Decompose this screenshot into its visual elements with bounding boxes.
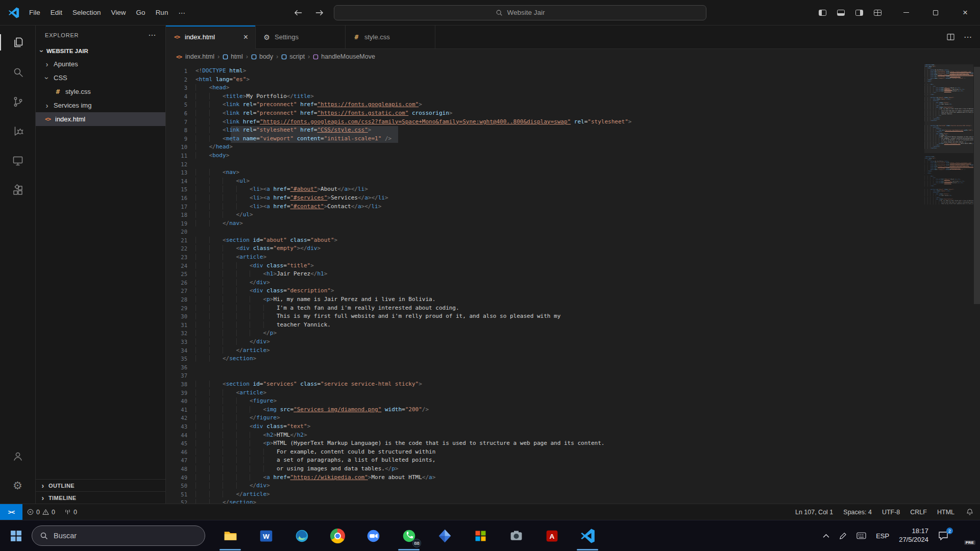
breadcrumb-script[interactable]: script [281, 53, 305, 60]
code-line[interactable]: 15 <li><a href="#about">About</a></li> [166, 185, 980, 194]
code-line[interactable]: 26 </div> [166, 279, 980, 287]
code-line[interactable]: 49 <a href="https://wikipedia.com">More … [166, 473, 980, 482]
code-line[interactable]: 14 <ul> [166, 177, 980, 186]
line-number[interactable]: 18 [166, 211, 195, 219]
activity-source-control[interactable] [0, 87, 36, 116]
line-number[interactable]: 19 [166, 219, 195, 228]
code-line[interactable]: 34 </article> [166, 346, 980, 355]
code-line[interactable]: 42 </figure> [166, 414, 980, 422]
line-number[interactable]: 32 [166, 329, 195, 338]
tray-chevron-up-icon[interactable] [823, 534, 829, 538]
menu-run[interactable]: Run [151, 6, 174, 20]
line-number[interactable]: 26 [166, 279, 195, 287]
taskbar-app-vscode[interactable] [570, 520, 605, 551]
code-line[interactable]: 40 <figure> [166, 397, 980, 406]
taskbar-app-edge[interactable] [284, 520, 320, 551]
line-number[interactable]: 12 [166, 160, 195, 169]
code-line[interactable]: 19 </nav> [166, 219, 980, 228]
code-line[interactable]: 30 This is my first full website and i'm… [166, 312, 980, 321]
code-line[interactable]: 35 </section> [166, 355, 980, 363]
code-line[interactable]: 22 <div class="empty"></div> [166, 244, 980, 253]
code-line[interactable]: 20 [166, 228, 980, 236]
line-number[interactable]: 9 [166, 135, 195, 143]
explorer-root-folder[interactable]: › WEBSITE JAIR [36, 45, 165, 57]
line-number[interactable]: 35 [166, 355, 195, 363]
line-number[interactable]: 43 [166, 422, 195, 431]
line-number[interactable]: 21 [166, 236, 195, 245]
code-line[interactable]: 4 <title>My Portfolio</title> [166, 92, 980, 101]
explorer-item-style-css[interactable]: #style.css [36, 85, 165, 98]
problems-indicator[interactable]: 0 0 [22, 504, 60, 520]
breadcrumb-body[interactable]: body [251, 53, 273, 60]
breadcrumb-index-html[interactable]: <>index.html [175, 53, 214, 60]
line-number[interactable]: 16 [166, 194, 195, 203]
code-line[interactable]: 6 <link rel="preconnect" href="https://f… [166, 109, 980, 118]
forward-arrow-icon[interactable] [313, 7, 326, 18]
code-line[interactable]: 12 [166, 160, 980, 169]
activity-remote-explorer[interactable] [0, 146, 36, 176]
line-number[interactable]: 46 [166, 448, 195, 457]
explorer-item-index-html[interactable]: <>index.html [36, 112, 165, 126]
minimize-button[interactable] [891, 0, 921, 25]
toggle-primary-sidebar-icon[interactable] [815, 5, 830, 20]
menu-selection[interactable]: Selection [67, 6, 106, 20]
breadcrumb-html[interactable]: html [223, 53, 243, 60]
code-line[interactable]: 21 <section id="about" class="about"> [166, 236, 980, 245]
tab-index-html[interactable]: <>index.html× [166, 26, 256, 49]
line-number[interactable]: 49 [166, 473, 195, 482]
code-line[interactable]: 29 I'm a tech fan and i'm really interes… [166, 304, 980, 313]
code-line[interactable]: 39 <article> [166, 389, 980, 397]
status-ln-107-col-1[interactable]: Ln 107, Col 1 [790, 509, 838, 516]
explorer-item-services-img[interactable]: ›Services img [36, 98, 165, 112]
code-line[interactable]: 50 </div> [166, 482, 980, 490]
line-number[interactable]: 30 [166, 312, 195, 321]
line-number[interactable]: 41 [166, 406, 195, 414]
line-number[interactable]: 8 [166, 126, 195, 135]
line-number[interactable]: 7 [166, 118, 195, 127]
taskbar-app-chrome[interactable] [320, 520, 355, 551]
code-line[interactable]: 10 </head> [166, 143, 980, 152]
code-line[interactable]: 7 <link href="https://fonts.googleapis.c… [166, 118, 980, 127]
tab-settings[interactable]: ⚙Settings [256, 26, 346, 48]
outline-section[interactable]: › OUTLINE [36, 479, 165, 491]
code-line[interactable]: 51 </article> [166, 490, 980, 499]
line-number[interactable]: 42 [166, 414, 195, 422]
line-number[interactable]: 50 [166, 482, 195, 490]
code-line[interactable]: 48 or using images and data tables.</p> [166, 465, 980, 473]
line-number[interactable]: 23 [166, 253, 195, 262]
line-number[interactable]: 3 [166, 84, 195, 92]
code-line[interactable]: 8 <link rel="stylesheet" href="CSS/style… [166, 126, 980, 135]
taskbar-app-word[interactable]: W [248, 520, 284, 551]
editor-more-actions-icon[interactable]: ⋯ [964, 32, 972, 42]
line-number[interactable]: 52 [166, 498, 195, 504]
explorer-more-actions-icon[interactable]: ⋯ [148, 31, 156, 40]
code-line[interactable]: 32 </p> [166, 329, 980, 338]
explorer-item-apuntes[interactable]: ›Apuntes [36, 57, 165, 71]
code-line[interactable]: 23 <article> [166, 253, 980, 262]
tab-style-css[interactable]: #style.css [346, 26, 435, 48]
line-number[interactable]: 34 [166, 346, 195, 355]
code-line[interactable]: 25 <h1>Jair Perez</h1> [166, 270, 980, 279]
code-line[interactable]: 44 <h2>HTML</h2> [166, 431, 980, 440]
code-line[interactable]: 17 <li><a href="#contact">Contact</a></l… [166, 203, 980, 211]
status-utf-8[interactable]: UTF-8 [877, 509, 905, 516]
line-number[interactable]: 44 [166, 431, 195, 440]
close-button[interactable]: × [950, 0, 980, 25]
taskbar-app-whatsapp[interactable]: 88 [391, 520, 427, 551]
start-button[interactable] [0, 520, 32, 551]
code-line[interactable]: 2<html lang="es"> [166, 76, 980, 84]
code-line[interactable]: 38 <section id="services" class="service… [166, 380, 980, 389]
line-number[interactable]: 33 [166, 338, 195, 346]
code-line[interactable]: 1<!DOCTYPE html> [166, 67, 980, 76]
menu-edit[interactable]: Edit [45, 6, 67, 20]
line-number[interactable]: 5 [166, 101, 195, 109]
taskbar-app-file-explorer[interactable] [212, 520, 248, 551]
line-number[interactable]: 1 [166, 67, 195, 76]
back-arrow-icon[interactable] [292, 7, 305, 18]
code-line[interactable]: 13 <nav> [166, 168, 980, 177]
code-line[interactable]: 43 <div class="text"> [166, 422, 980, 431]
language-indicator[interactable]: ESP [876, 532, 889, 540]
line-number[interactable]: 6 [166, 109, 195, 118]
line-number[interactable]: 51 [166, 490, 195, 499]
timeline-section[interactable]: › TIMELINE [36, 491, 165, 504]
